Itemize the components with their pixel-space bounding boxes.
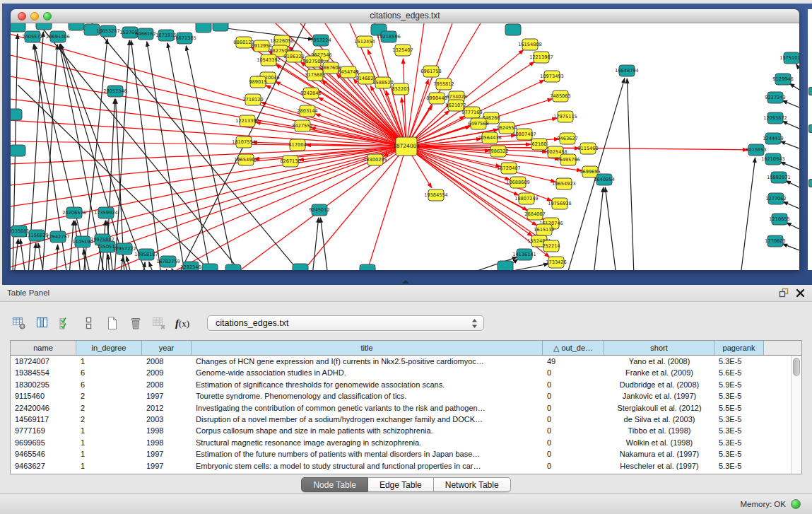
network-node[interactable]: 1244419 bbox=[763, 133, 783, 144]
network-node[interactable]: 1210655 bbox=[769, 214, 789, 225]
network-node[interactable]: 2405572 bbox=[22, 31, 42, 42]
column-header-pagerank[interactable]: pagerank bbox=[714, 341, 764, 356]
network-node[interactable]: 8427552 bbox=[292, 120, 312, 132]
column-header-title[interactable]: title bbox=[192, 341, 543, 356]
network-node[interactable] bbox=[36, 23, 52, 30]
network-node[interactable]: 12942757 bbox=[46, 231, 70, 243]
network-node[interactable]: 1325407 bbox=[392, 45, 413, 56]
network-node[interactable]: 1615132 bbox=[534, 224, 554, 235]
network-node[interactable]: 7957224 bbox=[310, 35, 331, 46]
table-row[interactable]: 2242004622012Investigating the contribut… bbox=[11, 402, 801, 414]
table-scrollbar-thumb[interactable] bbox=[793, 358, 800, 376]
network-node[interactable]: 20206576 bbox=[62, 207, 86, 218]
table-row[interactable]: 1456911722003Disruption of a novel membe… bbox=[11, 414, 801, 425]
network-node[interactable]: 10688609 bbox=[506, 177, 530, 188]
network-node[interactable]: 3175685 bbox=[305, 69, 325, 81]
network-node[interactable]: 9242848 bbox=[300, 88, 321, 99]
network-node[interactable]: 7986322 bbox=[488, 146, 508, 157]
network-node[interactable]: 16648794 bbox=[615, 65, 639, 76]
splitter-handle[interactable] bbox=[402, 280, 409, 284]
network-node[interactable]: 1512454 bbox=[354, 36, 375, 47]
column-header-outde[interactable]: △ out_de… bbox=[543, 341, 604, 356]
delete-icon[interactable] bbox=[126, 314, 145, 332]
column-header-year[interactable]: year bbox=[142, 341, 192, 356]
network-node[interactable]: 18724007 bbox=[393, 137, 420, 156]
column-icon[interactable] bbox=[80, 314, 98, 332]
network-node[interactable]: 62160 bbox=[531, 139, 547, 150]
network-node[interactable]: 2803144 bbox=[297, 105, 317, 117]
float-panel-icon[interactable] bbox=[779, 288, 789, 298]
network-node[interactable] bbox=[360, 264, 375, 270]
memory-status-indicator[interactable] bbox=[791, 499, 801, 509]
network-node[interactable]: 16210643 bbox=[761, 153, 785, 165]
network-node[interactable] bbox=[196, 23, 211, 33]
network-node[interactable]: 8267130 bbox=[280, 156, 300, 167]
table-row[interactable]: 946362711997Embryonic stem cells: a mode… bbox=[11, 460, 801, 472]
network-node[interactable]: 18107554 bbox=[232, 136, 256, 148]
network-node[interactable]: 19384554 bbox=[424, 189, 448, 201]
network-node[interactable] bbox=[11, 23, 25, 32]
network-node[interactable] bbox=[293, 264, 308, 270]
network-node[interactable]: 9245012 bbox=[309, 204, 329, 216]
close-panel-icon[interactable] bbox=[796, 288, 805, 298]
network-node[interactable]: 19654923 bbox=[552, 178, 576, 189]
network-node[interactable] bbox=[69, 23, 84, 30]
network-node[interactable]: 12213967 bbox=[529, 52, 553, 63]
network-node[interactable]: 15751074 bbox=[779, 52, 799, 64]
table-mode-icon[interactable] bbox=[10, 314, 28, 332]
show-columns-icon[interactable] bbox=[33, 314, 52, 332]
network-node[interactable]: 9129946 bbox=[772, 74, 793, 85]
network-node[interactable]: 19654903 bbox=[234, 154, 258, 165]
table-row[interactable]: 1938455462009Genome-wide association stu… bbox=[11, 367, 801, 378]
column-header-indegree[interactable]: in_degree bbox=[76, 341, 142, 356]
network-node[interactable] bbox=[11, 145, 25, 156]
network-node[interactable]: 6466162 bbox=[135, 28, 155, 40]
network-node[interactable]: 8912954 bbox=[251, 40, 271, 52]
table-row[interactable]: 977716911998Corpus callosum shape and si… bbox=[11, 425, 801, 436]
network-node[interactable]: 9215953 bbox=[746, 144, 766, 156]
table-row[interactable]: 911546021997Tourette syndrome. Phenomeno… bbox=[11, 390, 801, 402]
table-scrollbar[interactable] bbox=[791, 356, 801, 474]
network-node[interactable]: 8990448 bbox=[426, 93, 447, 104]
network-node[interactable] bbox=[202, 264, 218, 270]
network-node[interactable]: 989015 bbox=[249, 76, 266, 88]
network-node[interactable] bbox=[498, 261, 513, 270]
table-selector[interactable]: citations_edges.txt bbox=[207, 315, 484, 331]
network-node[interactable]: 252214 bbox=[542, 240, 560, 252]
close-window-button[interactable] bbox=[18, 12, 26, 21]
network-node[interactable]: 1292346 bbox=[180, 262, 201, 270]
network-node[interactable]: 7955812 bbox=[433, 78, 454, 90]
network-node[interactable]: 417004 bbox=[288, 139, 306, 151]
network-node[interactable]: 15720407 bbox=[497, 163, 521, 174]
table-row[interactable]: 1830029562008Estimation of significance … bbox=[11, 379, 801, 390]
network-node[interactable]: 1770603 bbox=[765, 235, 785, 247]
tab-network-table[interactable]: Network Table bbox=[434, 477, 511, 492]
network-node[interactable]: 16154808 bbox=[518, 39, 542, 50]
network-node[interactable]: 9115460 bbox=[577, 143, 598, 154]
table-row[interactable]: 946554611997Estimation of the future num… bbox=[11, 448, 801, 460]
network-node[interactable]: 2718120 bbox=[242, 94, 263, 105]
network-node[interactable]: 17359924 bbox=[94, 207, 118, 218]
network-node[interactable] bbox=[11, 109, 22, 120]
function-builder-icon[interactable]: f(x) bbox=[173, 314, 192, 332]
network-node[interactable]: 1733426 bbox=[546, 257, 566, 268]
network-node[interactable]: 6497568 bbox=[468, 118, 488, 129]
network-node[interactable]: 9463627 bbox=[557, 133, 577, 144]
network-node[interactable]: 9777169 bbox=[461, 107, 482, 118]
network-node[interactable] bbox=[213, 23, 228, 31]
network-node[interactable]: 7485063 bbox=[550, 90, 570, 102]
network-node[interactable]: 1588520 bbox=[372, 77, 393, 88]
delete-table-icon[interactable] bbox=[150, 314, 168, 332]
column-header-short[interactable]: short bbox=[604, 341, 714, 356]
network-node[interactable]: 1640954 bbox=[594, 174, 614, 185]
maximize-window-button[interactable] bbox=[43, 12, 52, 21]
network-node[interactable]: 2684067 bbox=[524, 209, 545, 220]
network-node[interactable]: 20691406 bbox=[46, 31, 70, 42]
network-node[interactable]: 17975115 bbox=[553, 111, 577, 122]
network-canvas[interactable]: 1872400788601238912954182260589827509105… bbox=[11, 23, 799, 270]
tab-edge-table[interactable]: Edge Table bbox=[368, 477, 434, 492]
network-node[interactable]: 6961758 bbox=[420, 66, 441, 77]
table-row[interactable]: 1872400712008Changes of HCN gene express… bbox=[11, 356, 801, 367]
network-node[interactable]: 832203 bbox=[392, 83, 409, 95]
new-column-icon[interactable] bbox=[103, 314, 122, 332]
